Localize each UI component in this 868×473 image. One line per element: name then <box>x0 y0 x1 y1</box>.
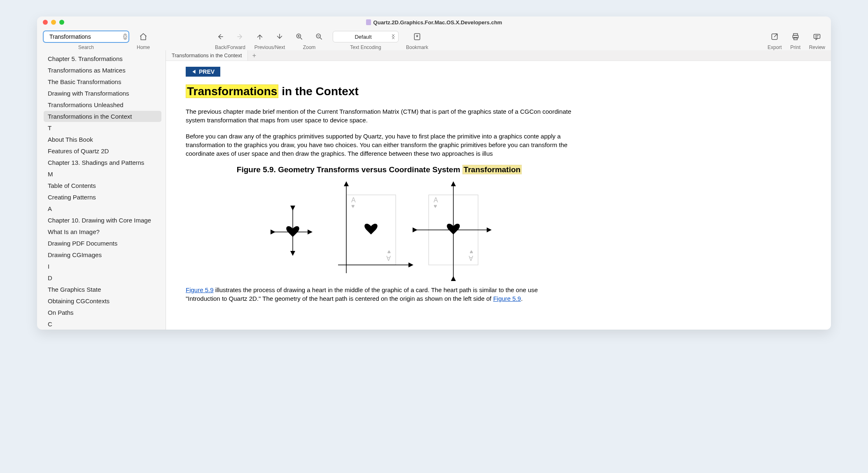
clear-search-button[interactable]: ✕ <box>123 33 127 40</box>
para3-a: illustrates the process of drawing a hea… <box>186 286 538 302</box>
triangle-left-icon <box>191 69 196 74</box>
content-column: Transformations in the Context + PREV Tr… <box>166 50 831 330</box>
prev-page-button[interactable]: PREV <box>186 67 220 77</box>
svg-text:♥: ♥ <box>351 203 355 209</box>
previous-button[interactable] <box>254 30 266 43</box>
arrow-up-icon <box>256 33 264 41</box>
figure-svg: A ♥ A ♥ A ♥ A <box>264 178 495 286</box>
title-rest: in the Context <box>278 85 358 98</box>
svg-text:♥: ♥ <box>434 203 437 209</box>
arrow-left-icon <box>216 33 224 41</box>
zoom-window-button[interactable] <box>59 20 64 25</box>
encoding-label: Text Encoding <box>350 44 381 50</box>
sidebar-item[interactable]: Obtaining CGContexts <box>44 295 161 307</box>
export-button[interactable] <box>768 30 781 43</box>
titlebar: Quartz.2D.Graphics.For.Mac.OS.X.Develope… <box>37 16 831 28</box>
page-title: Transformations in the Context <box>186 85 831 98</box>
bookmark-button[interactable] <box>411 30 423 43</box>
prevnext-label: Previous/Next <box>254 44 285 50</box>
svg-rect-14 <box>814 34 820 38</box>
app-window: Quartz.2D.Graphics.For.Mac.OS.X.Develope… <box>37 16 831 330</box>
text-encoding-select[interactable]: Default <box>333 31 399 42</box>
search-input[interactable] <box>49 33 121 40</box>
svg-text:♥: ♥ <box>387 249 391 255</box>
window-title-text: Quartz.2D.Graphics.For.Mac.OS.X.Develope… <box>373 19 502 26</box>
bookmark-label: Bookmark <box>406 44 428 50</box>
sidebar-item[interactable]: Chapter 10. Drawing with Core Image <box>44 215 161 226</box>
sidebar-item[interactable]: Transformations Unleashed <box>44 99 161 110</box>
search-label: Search <box>78 44 94 50</box>
paragraph-3: Figure 5.9 illustrates the process of dr… <box>186 286 573 303</box>
search-field[interactable]: ✕ <box>43 30 129 43</box>
forward-button[interactable] <box>234 30 246 43</box>
search-results-sidebar[interactable]: Chapter 5. TransformationsTransformation… <box>37 50 166 330</box>
svg-line-3 <box>301 38 302 40</box>
svg-rect-13 <box>793 37 797 40</box>
encoding-value: Default <box>355 34 371 40</box>
next-button[interactable] <box>273 30 286 43</box>
home-icon <box>139 33 147 41</box>
window-title: Quartz.2D.Graphics.For.Mac.OS.X.Develope… <box>37 19 831 26</box>
sidebar-item[interactable]: Drawing CGImages <box>44 249 161 260</box>
backforward-label: Back/Forward <box>215 44 245 50</box>
close-window-button[interactable] <box>43 20 48 25</box>
figure-caption-text: Figure 5.9. Geometry Transforms versus C… <box>237 165 462 174</box>
export-label: Export <box>768 44 782 50</box>
sidebar-item[interactable]: What Is an Image? <box>44 226 161 237</box>
bookmark-icon <box>413 33 421 41</box>
sidebar-item[interactable]: T <box>44 122 161 133</box>
figure-link-1[interactable]: Figure 5.9 <box>186 286 214 293</box>
figure-link-2[interactable]: Figure 5.9 <box>493 295 521 302</box>
sidebar-item[interactable]: I <box>44 261 161 272</box>
sidebar-item[interactable]: D <box>44 272 161 283</box>
sidebar-item[interactable]: Creating Patterns <box>44 192 161 203</box>
sidebar-item[interactable]: The Basic Transformations <box>44 76 161 87</box>
tab-bar: Transformations in the Context + <box>166 50 831 61</box>
sidebar-item[interactable]: On Paths <box>44 307 161 318</box>
paragraph-1: The previous chapter made brief mention … <box>186 107 573 124</box>
sidebar-item[interactable]: Table of Contents <box>44 180 161 191</box>
prev-label: PREV <box>199 68 215 75</box>
sidebar-item[interactable]: Drawing with Transformations <box>44 88 161 99</box>
content-tab[interactable]: Transformations in the Context <box>166 50 248 61</box>
sidebar-item[interactable]: Chapter 13. Shadings and Patterns <box>44 157 161 168</box>
svg-text:♥: ♥ <box>470 249 473 255</box>
paragraph-2: Before you can draw any of the graphics … <box>186 132 573 158</box>
zoom-out-button[interactable] <box>313 30 325 43</box>
document-icon <box>366 19 371 25</box>
export-icon <box>770 33 779 41</box>
sidebar-item[interactable]: Transformations in the Context <box>44 111 161 122</box>
sidebar-item[interactable]: Chapter 5. Transformations <box>44 53 161 64</box>
review-button[interactable] <box>811 30 823 43</box>
figure-caption: Figure 5.9. Geometry Transforms versus C… <box>186 165 573 174</box>
sidebar-item[interactable]: Drawing PDF Documents <box>44 238 161 249</box>
print-button[interactable] <box>789 30 802 43</box>
home-button[interactable] <box>137 30 149 43</box>
sidebar-item[interactable]: M <box>44 169 161 180</box>
sidebar-item[interactable]: The Graphics State <box>44 284 161 295</box>
back-button[interactable] <box>214 30 226 43</box>
zoom-in-icon <box>295 33 303 41</box>
zoom-label: Zoom <box>303 44 316 50</box>
zoom-out-icon <box>315 33 323 41</box>
sidebar-item[interactable]: A <box>44 203 161 214</box>
minimize-window-button[interactable] <box>51 20 56 25</box>
sidebar-item[interactable]: About This Book <box>44 134 161 145</box>
arrow-down-icon <box>275 33 284 41</box>
print-icon <box>791 33 800 41</box>
tab-label: Transformations in the Context <box>172 53 242 59</box>
new-tab-button[interactable]: + <box>248 50 260 61</box>
toolbar: ✕ Search Home Back/Forward <box>37 28 831 50</box>
review-icon <box>813 33 821 41</box>
title-highlight: Transformations <box>186 84 278 98</box>
svg-line-7 <box>320 38 322 40</box>
content-view[interactable]: PREV Transformations in the Context The … <box>166 61 831 330</box>
zoom-in-button[interactable] <box>293 30 306 43</box>
review-label: Review <box>809 44 825 50</box>
print-label: Print <box>790 44 800 50</box>
sidebar-item[interactable]: Transformations as Matrices <box>44 65 161 76</box>
sidebar-item[interactable]: Features of Quartz 2D <box>44 145 161 157</box>
para3-b: . <box>521 295 523 302</box>
sidebar-item[interactable]: C <box>44 318 161 330</box>
figure-5-9: A ♥ A ♥ A ♥ A <box>186 178 573 286</box>
